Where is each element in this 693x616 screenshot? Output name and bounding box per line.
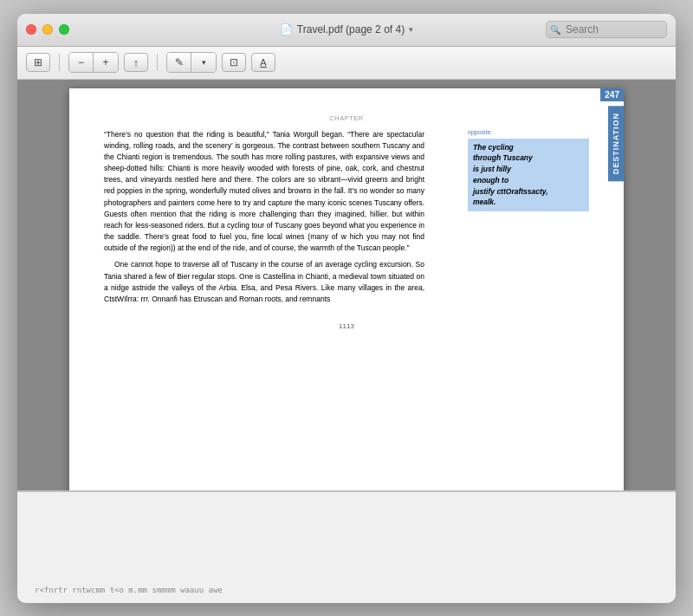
bottom-status-text: r<fnrtr rntwcmm t<o m.mm smmmm waauu awe <box>35 586 223 594</box>
sidebar-label: opposite: <box>468 129 589 135</box>
pen-dropdown-button[interactable]: ▾ <box>191 53 216 72</box>
pdf-viewer[interactable]: 247 DESTINATION CHAPTER opposite: The cy… <box>17 80 676 490</box>
traffic-lights <box>26 24 69 35</box>
pdf-icon: 📄 <box>280 23 293 36</box>
page-number-tab: 247 <box>600 88 624 101</box>
sidebar-column: opposite: The cyclingthrough Tuscanyis j… <box>468 129 589 212</box>
search-input[interactable] <box>546 21 667 38</box>
chapter-header: CHAPTER <box>104 114 589 122</box>
titlebar-center: 📄 Travel.pdf (page 2 of 4) ▾ <box>280 23 413 36</box>
destination-tab: DESTINATION <box>608 106 624 181</box>
search-wrapper <box>546 21 667 38</box>
bottom-bar: r<fnrtr rntwcmm t<o m.mm smmmm waauu awe <box>17 490 676 603</box>
page-content: CHAPTER opposite: The cyclingthrough Tus… <box>104 114 589 306</box>
minimize-button[interactable] <box>42 24 53 35</box>
sidebar-highlight-text: The cyclingthrough Tuscanyis just hillye… <box>468 139 589 212</box>
close-button[interactable] <box>26 24 36 35</box>
pen-button[interactable]: ✎ <box>167 53 191 72</box>
maximize-button[interactable] <box>59 24 69 35</box>
toolbar-divider-1 <box>59 54 60 71</box>
paragraph-1: “There’s no question that the riding is … <box>104 129 424 255</box>
window-title: Travel.pdf (page 2 of 4) <box>297 23 405 36</box>
app-window: 📄 Travel.pdf (page 2 of 4) ▾ ⊞ − + ↑ ✎ ▾… <box>17 14 676 603</box>
content-area: 247 DESTINATION CHAPTER opposite: The cy… <box>17 80 676 490</box>
search-area <box>546 21 667 38</box>
toolbar-divider-2 <box>157 54 158 71</box>
pdf-page: 247 DESTINATION CHAPTER opposite: The cy… <box>69 88 624 490</box>
zoom-out-button[interactable]: − <box>69 53 94 72</box>
markup-button[interactable]: A <box>251 53 275 72</box>
chevron-down-icon: ▾ <box>409 25 413 34</box>
main-text: “There’s no question that the riding is … <box>104 129 424 306</box>
zoom-in-button[interactable]: + <box>94 53 118 72</box>
sidebar-toggle-button[interactable]: ⊞ <box>26 53 50 72</box>
paragraph-2: One cannot hope to traverse all of Tusca… <box>104 259 424 305</box>
page-footer: 1113 <box>104 322 589 330</box>
toolbar: ⊞ − + ↑ ✎ ▾ ⊡ A <box>17 47 676 80</box>
crop-button[interactable]: ⊡ <box>222 53 246 72</box>
share-button[interactable]: ↑ <box>124 53 148 72</box>
zoom-controls: − + <box>68 52 119 73</box>
titlebar: 📄 Travel.pdf (page 2 of 4) ▾ <box>17 14 676 47</box>
pen-controls: ✎ ▾ <box>166 52 217 73</box>
